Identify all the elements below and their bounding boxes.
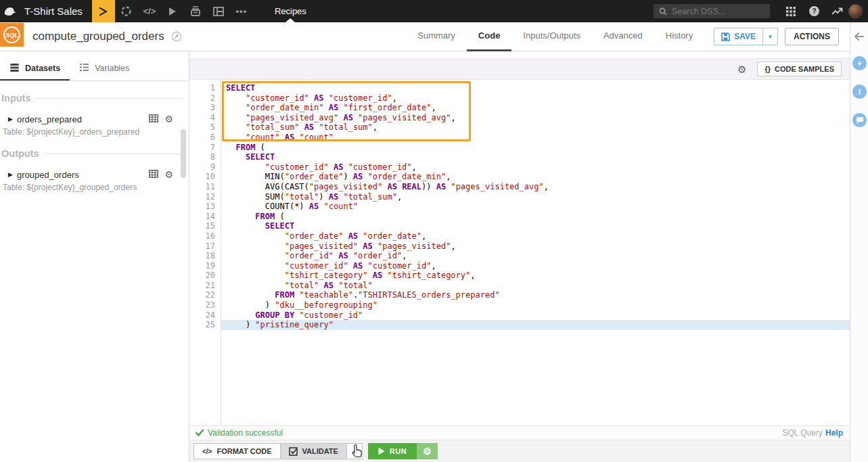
code-line-6[interactable]: "count" AS "count" [221,133,850,143]
save-button[interactable]: SAVE ▼ [714,28,778,45]
section-rule [45,154,182,154]
dashboard-icon[interactable] [207,0,230,22]
more-icon[interactable]: ••• [230,0,253,22]
code-line-23[interactable]: ) "dku__beforegrouping" [221,300,850,310]
validate-dropdown-caret[interactable]: ▲ [347,443,363,459]
code-line-13[interactable]: COUNT(*) AS "count" [221,202,850,212]
add-button[interactable]: + [852,56,867,70]
code-line-16[interactable]: "order_date" AS "order_date", [221,231,850,241]
code-line-19[interactable]: "customer_id" AS "customer_id", [221,261,850,271]
chat-button[interactable] [852,113,867,127]
code-line-12[interactable]: SUM("total") AS "total_sum", [221,192,850,202]
save-dropdown-caret[interactable]: ▼ [762,28,777,45]
line-number: 19 [189,261,215,271]
dataset-name[interactable]: orders_prepared [17,114,82,124]
tab-advanced[interactable]: Advanced [592,22,654,51]
code-lines[interactable]: SELECT "customer_id" AS "customer_id", "… [221,80,850,425]
query-type-label: SQL QueryHelp [782,428,843,438]
tab-code[interactable]: Code [467,22,512,51]
sql-code-editor[interactable]: 1234567891011121314151617181920212223242… [189,80,850,425]
nav-current-item[interactable]: Recipes [272,0,309,22]
sql-recipe-icon: SQL [0,23,24,47]
code-line-24[interactable]: GROUP BY "customer_id" [221,310,850,321]
code-line-15[interactable]: SELECT [221,221,850,231]
table-icon[interactable] [149,168,158,181]
editor-toolbar: ⚙ {} CODE SAMPLES [189,58,850,80]
code-line-2[interactable]: "customer_id" AS "customer_id", [221,93,850,103]
search-box[interactable] [654,4,770,18]
sidebar-tab-datasets[interactable]: Datasets [0,57,70,80]
code-line-3[interactable]: "order_date_min" AS "first_order_date", [221,103,850,113]
code-line-5[interactable]: "total_sum" AS "total_sum", [221,122,850,133]
code-line-7[interactable]: FROM ( [221,143,850,153]
trend-icon[interactable] [825,0,848,22]
recipe-tabs: SummaryCodeInputs/OutputsAdvancedHistory [406,22,704,51]
code-line-1[interactable]: SELECT [221,83,850,93]
expand-caret-icon[interactable]: ▶ [8,116,13,122]
section-rule [37,98,183,99]
line-number: 1 [189,83,215,93]
table-icon[interactable] [149,113,158,125]
line-number: 12 [189,192,215,202]
code-line-14[interactable]: FROM ( [221,212,850,222]
line-number: 6 [189,133,215,143]
tab-inputs-outputs[interactable]: Inputs/Outputs [511,22,592,51]
go-to-flow-icon[interactable] [171,31,182,42]
actions-button[interactable]: ACTIONS [785,28,839,45]
help-link[interactable]: Help [825,428,843,438]
run-settings-gear-icon[interactable]: ⚙ [417,443,438,459]
line-number-gutter: 1234567891011121314151617181920212223242… [189,80,221,425]
recipe-title: compute_grouped_orders [32,30,164,43]
code-line-10[interactable]: MIN("order_date") AS "order_date_min", [221,172,850,182]
panel-resize-handle[interactable] [181,129,186,178]
project-name[interactable]: T-Shirt Sales [24,5,83,17]
jobs-icon[interactable] [184,0,207,22]
datasets-icon [9,63,20,74]
code-line-17[interactable]: "pages_visited" AS "pages_visited", [221,241,850,252]
code-line-21[interactable]: "total" AS "total" [221,281,850,291]
code-line-18[interactable]: "order_id" AS "order_id", [221,251,850,261]
editor-settings-gear-icon[interactable]: ⚙ [737,64,746,74]
user-avatar[interactable] [848,4,863,18]
sidebar-tab-variables[interactable]: Variables [70,57,139,80]
lab-icon[interactable] [115,0,138,22]
validate-button[interactable]: VALIDATE [281,443,347,459]
play-icon[interactable] [161,0,184,22]
format-code-button[interactable]: </> FORMAT CODE [193,443,281,459]
run-button[interactable]: RUN [368,443,417,459]
code-line-9[interactable]: "customer_id" AS "customer_id", [221,162,850,172]
code-line-11[interactable]: AVG(CAST("pages_visited" AS REAL)) AS "p… [221,182,850,192]
expand-caret-icon[interactable]: ▶ [8,171,13,178]
line-number: 9 [189,162,215,172]
nav-icons: </> ••• [92,0,253,22]
apps-grid-icon[interactable] [779,0,802,22]
dataset-gear-icon[interactable]: ⚙ [164,170,173,179]
code-line-4[interactable]: "pages_visited_avg" AS "pages_visited_av… [221,113,850,123]
dataiku-logo-icon[interactable] [0,0,20,22]
tab-history[interactable]: History [654,22,704,51]
variables-icon [79,63,89,74]
help-icon[interactable]: ? [802,0,825,22]
tab-summary[interactable]: Summary [406,22,467,51]
code-icon[interactable]: </> [138,0,161,22]
top-navbar: T-Shirt Sales </> ••• Recipes [0,0,868,22]
line-number: 3 [189,103,215,113]
code-line-20[interactable]: "tshirt_category" AS "tshirt_category", [221,271,850,281]
flow-icon[interactable] [92,0,115,22]
line-number: 21 [189,281,215,291]
code-line-8[interactable]: SELECT [221,152,850,162]
dataset-gear-icon[interactable]: ⚙ [164,114,173,124]
line-number: 13 [189,202,215,212]
dataset-name[interactable]: grouped_orders [17,170,79,180]
code-line-25[interactable]: ) "pristine_query" [221,320,850,330]
search-input[interactable] [672,7,760,16]
collapse-panel-arrow-icon[interactable] [854,32,865,44]
info-button[interactable]: i [852,85,867,99]
validation-bar: Validation successful SQL QueryHelp [189,425,850,440]
code-samples-button[interactable]: {} CODE SAMPLES [757,62,842,76]
sidebar-tab-label: Datasets [25,64,60,73]
chat-bubble-icon [856,116,864,124]
code-line-22[interactable]: FROM "teachable"."TSHIRTSALES_orders_pre… [221,290,850,300]
line-number: 15 [189,221,215,231]
dataset-row-orders_prepared: ▶orders_prepared⚙ [8,113,189,125]
